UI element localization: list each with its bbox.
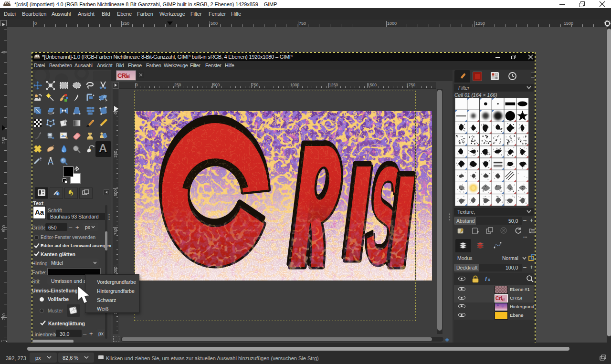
svg-text:Cri: Cri [495, 296, 502, 301]
svg-text:i: i [57, 192, 58, 196]
svg-text:si: si [502, 298, 505, 301]
